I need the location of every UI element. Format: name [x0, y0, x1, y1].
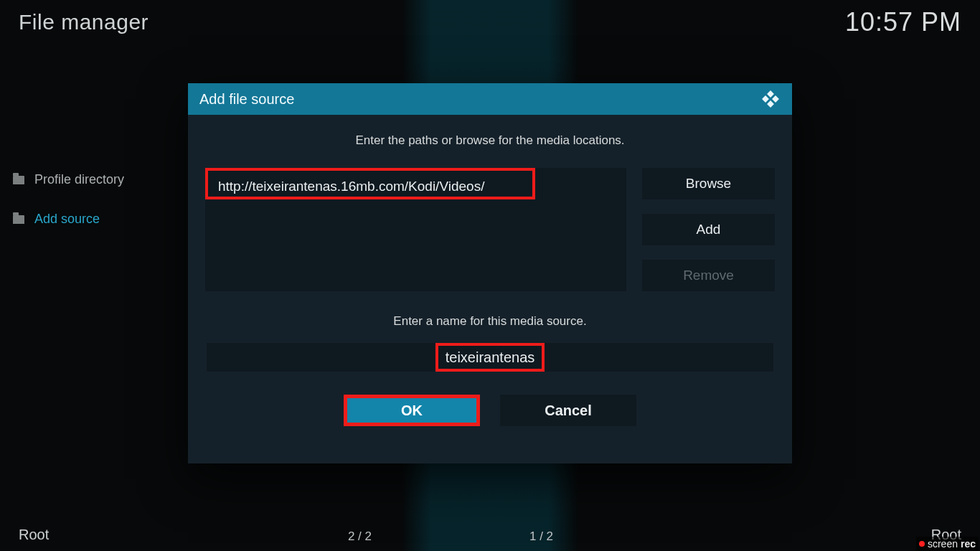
dialog-footer: OK Cancel: [205, 395, 775, 426]
status-count-right: 1 / 2: [529, 529, 553, 544]
svg-rect-1: [762, 95, 769, 103]
ok-button[interactable]: OK: [344, 395, 480, 426]
name-input-value: teixeirantenas: [435, 343, 545, 372]
folder-icon: [13, 215, 24, 224]
sidebar-item-add-source[interactable]: Add source: [13, 212, 124, 227]
kodi-logo-icon: [760, 89, 781, 109]
dialog-title: Add file source: [199, 91, 294, 108]
left-source-list: Profile directory Add source: [13, 172, 124, 227]
add-button[interactable]: Add: [642, 214, 775, 245]
name-row: teixeirantenas: [205, 343, 775, 372]
dialog-header: Add file source: [188, 83, 792, 115]
watermark-text-2: rec: [961, 538, 976, 550]
screenrec-watermark: screenrec: [916, 537, 979, 551]
paths-row: http://teixeirantenas.16mb.com/Kodi/Vide…: [205, 168, 775, 291]
paths-listbox[interactable]: http://teixeirantenas.16mb.com/Kodi/Vide…: [205, 168, 626, 291]
clock: 10:57 PM: [845, 7, 961, 37]
watermark-text-1: screen: [928, 538, 958, 550]
name-input[interactable]: teixeirantenas: [207, 343, 773, 372]
svg-rect-3: [767, 100, 774, 108]
status-count-left: 2 / 2: [348, 529, 372, 544]
svg-rect-0: [767, 90, 774, 98]
sidebar-item-label: Profile directory: [34, 172, 124, 187]
dialog-instruction: Enter the paths or browse for the media …: [205, 133, 775, 148]
remove-button: Remove: [642, 260, 775, 291]
page-title: File manager: [19, 10, 149, 34]
header-bar: File manager 10:57 PM: [0, 0, 980, 44]
add-file-source-dialog: Add file source Enter the paths or brows…: [188, 83, 792, 463]
name-instruction: Enter a name for this media source.: [205, 314, 775, 329]
path-input[interactable]: http://teixeirantenas.16mb.com/Kodi/Vide…: [205, 168, 535, 199]
dialog-body: Enter the paths or browse for the media …: [188, 115, 792, 441]
browse-button[interactable]: Browse: [642, 168, 775, 199]
svg-rect-2: [772, 95, 779, 103]
record-dot-icon: [919, 541, 925, 547]
sidebar-item-label: Add source: [34, 212, 100, 227]
paths-side-buttons: Browse Add Remove: [642, 168, 775, 291]
cancel-button[interactable]: Cancel: [500, 395, 636, 426]
status-center: 2 / 2 1 / 2: [0, 529, 980, 544]
folder-icon: [13, 176, 24, 184]
sidebar-item-profile-directory[interactable]: Profile directory: [13, 172, 124, 187]
